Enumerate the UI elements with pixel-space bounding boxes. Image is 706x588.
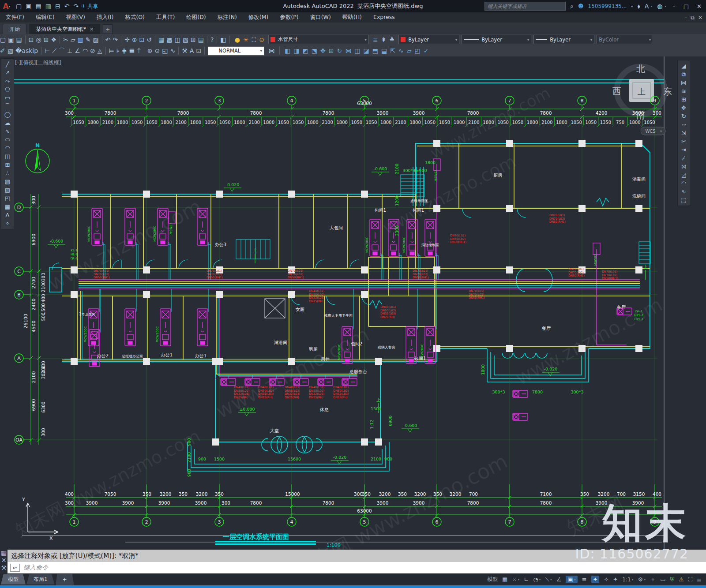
gradient-icon[interactable]: ▧ [5,187,10,193]
ellipse-arc-icon[interactable]: ◠ [5,145,10,151]
layer-walk-icon[interactable]: ⊞ [191,37,196,43]
layer-iso-icon[interactable]: ◫ [175,37,180,43]
region-icon[interactable]: ◰ [5,195,10,201]
save-as-icon[interactable]: ▥ [45,3,51,9]
new-tab-button[interactable]: + [103,24,113,34]
dim-continue-icon[interactable]: ⋕ [122,48,127,54]
dim-space-icon[interactable]: 𝌆 [129,48,135,54]
trim-icon[interactable]: ✂ [681,139,686,144]
units-icon[interactable]: ▭ [660,576,665,583]
help-icon[interactable]: ? [210,37,214,43]
helix-icon[interactable]: ∿ [398,48,404,54]
open-file-icon[interactable]: ▣ [26,3,31,9]
doc-close-button[interactable]: ✕ [698,15,702,21]
publish-icon[interactable]: ⊞ [44,37,49,43]
rotate-icon[interactable]: ↻ [681,113,686,119]
undo-icon[interactable]: ↶ [105,37,111,43]
3dmove-icon[interactable]: ✥ [320,48,326,54]
surface-icon[interactable]: ◰ [414,48,420,54]
dim-linear-icon[interactable]: ⊢ [45,48,50,54]
dim-baseline-icon[interactable]: ⊧ [116,48,120,54]
snap-toggle-icon[interactable]: ⁙▾ [512,576,519,583]
ortho-icon[interactable]: ∟ [524,576,529,583]
layer-prev-icon[interactable]: ⇞ [381,37,387,43]
mirror-icon[interactable]: ⋈ [681,80,687,86]
layer-on-icon[interactable]: ● [235,37,240,43]
tab-close-icon[interactable]: ✕ [90,26,94,32]
explode-icon[interactable]: ⬚ [681,197,686,203]
new-layout-button[interactable]: + [56,573,74,586]
paste-icon[interactable]: ▥ [77,37,83,43]
layer-thaw-icon[interactable]: ☀ [243,37,249,43]
polar-icon[interactable]: ◔▾ [533,576,541,583]
copy-icon[interactable]: ▱ [71,37,75,43]
mleader-icon[interactable]: ⊕ [147,48,153,54]
tolerance-icon[interactable]: ⊙ [155,48,160,54]
menu-item-9[interactable]: 参数(P) [274,13,304,22]
point-icon[interactable]: ∴ [6,170,9,176]
menu-item-8[interactable]: 修改(M) [243,13,274,22]
help-icon[interactable]: ◍ · [657,3,666,9]
move-icon[interactable]: ✥ [681,105,686,111]
make-block-icon[interactable]: ⊞ [5,162,10,168]
layer-states-icon[interactable]: ▩ [166,37,172,43]
tab-layout1[interactable]: 布局1 [26,574,55,584]
layer-make-current-icon[interactable]: ≡ [373,37,378,43]
menu-item-10[interactable]: 窗口(W) [304,13,337,22]
redo-icon[interactable]: ↷ [113,37,118,43]
thicken-icon[interactable]: ⬒ [372,48,378,54]
preview-icon[interactable]: ◎ [36,37,41,43]
color-combo[interactable]: ByLayer▾ [398,35,459,44]
trust-warning-icon[interactable]: ⚠ [679,576,684,583]
menu-item-2[interactable]: 视图(V) [60,13,91,22]
dim-override-icon[interactable]: ⊡ [196,48,201,54]
cut-icon[interactable]: ✂ [63,37,68,43]
array-icon[interactable]: ⊞ [681,97,686,102]
zoom-previous-icon[interactable]: ↺ [146,37,152,43]
layer-match-icon[interactable]: ≜ [389,37,394,43]
scale-value[interactable]: 1:1▾ [622,577,633,583]
shell-icon[interactable]: ⬓ [381,48,387,54]
layer-vp-icon[interactable]: ⛶ [252,37,256,43]
maximize-button[interactable]: □ [682,3,691,10]
qdim-icon[interactable]: ⊨ [109,48,114,54]
app-logo-icon[interactable]: A▾ [2,2,11,11]
redo-icon[interactable]: ↷ [73,3,79,9]
save-icon[interactable]: ▤ [35,3,41,9]
undo-icon[interactable]: ↶ [64,3,70,9]
join-icon[interactable]: ⨝ [681,164,686,169]
slice-icon[interactable]: ◪ [364,48,369,54]
dim-arc-icon[interactable]: ⌒ [59,48,65,54]
doc-minimize-button[interactable]: – [684,15,687,21]
fillet-icon[interactable]: ◠ [681,180,686,186]
wcs-dropdown[interactable]: WCS ▾ [641,127,665,135]
isodraft-icon[interactable]: ⟍▾ [545,576,552,583]
dim-diameter-icon[interactable]: ⊘ [90,48,95,54]
dim-center-icon[interactable]: ◬ [98,48,102,54]
3drotate-icon[interactable]: ↻ [337,48,342,54]
pan-icon[interactable]: ✛ [124,37,130,43]
tab-model[interactable]: 模型 [1,574,26,584]
drawing-canvas[interactable]: [-][俯视][二维线框] [0,56,706,550]
dim-edit-icon[interactable]: ◱ [162,48,168,54]
search-input[interactable]: 键入关键字或短语 [484,2,566,11]
markup-icon[interactable]: ▧ [8,48,13,54]
cmdline-close-icon[interactable]: ✕ [1,557,7,563]
menu-item-5[interactable]: 工具(T) [150,13,180,22]
layer-lock-icon[interactable]: ⊙ [259,37,264,43]
viewport-controls[interactable]: [-][俯视][二维线框] [15,59,61,67]
insert-block-icon[interactable]: ◫ [5,154,10,159]
cmdline-grid-icon[interactable]: ▦ [1,550,7,556]
multileader-icon[interactable]: ⚬ [5,221,10,226]
menu-item-7[interactable]: 标注(N) [212,13,243,22]
plot-icon[interactable]: ⊟ [55,3,60,9]
command-input[interactable]: ▸▾ 键入命令 [8,562,706,573]
ray-icon[interactable]: ↗ [5,70,10,75]
3dalign-icon[interactable]: ◫ [354,48,360,54]
extrude-icon[interactable]: ⬔ [312,48,317,54]
dim-aligned-icon[interactable]: ⟋ [52,48,56,54]
open-icon[interactable]: ▣ [8,37,14,43]
menu-item-6[interactable]: 绘图(D) [180,13,211,22]
matchprops-icon[interactable]: ✎ [86,37,91,43]
dim-radius-icon[interactable]: ◠ [83,48,88,54]
